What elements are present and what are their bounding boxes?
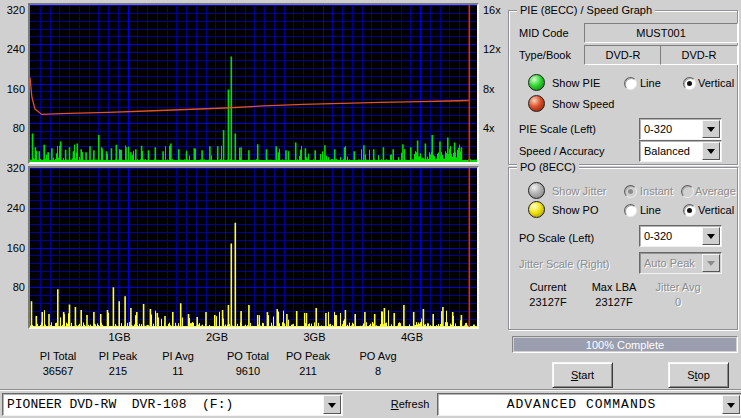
chevron-down-icon[interactable]: [702, 227, 720, 245]
app-window: 3202401608016x12x8x4x320240160801GB2GB3G…: [0, 0, 741, 418]
speed-accuracy-select[interactable]: Balanced: [639, 140, 722, 162]
show-pie-led-button[interactable]: [528, 74, 545, 91]
chevron-down-icon[interactable]: [323, 395, 341, 414]
jitter-average-radio: [681, 185, 694, 198]
po-scale-select[interactable]: 0-320: [639, 225, 722, 247]
pie-speed-group: PIE (8ECC) / Speed Graph MID Code MUST00…: [508, 10, 738, 165]
jitter-scale-label: Jitter Scale (Right): [519, 258, 609, 270]
drive-select-value: PIONEER DVD-RW DVR-108 (F:): [7, 394, 324, 415]
pie-line-label: Line: [640, 77, 661, 89]
stat-label: PO Avg: [359, 350, 396, 362]
po-graph: [28, 166, 479, 329]
stat-label: PO Total: [227, 350, 269, 362]
jitter-avg-value: 0: [655, 296, 700, 308]
mid-code-field: MUST001: [584, 23, 738, 43]
po-y-axis-tick: 80: [0, 281, 25, 293]
x-axis-tick: 1GB: [108, 331, 130, 343]
show-jitter-led-button: [528, 182, 545, 199]
po-y-axis-tick: 240: [0, 202, 25, 214]
po-group-title: PO (8ECC): [517, 161, 579, 173]
pie-y-axis-tick: 160: [0, 83, 25, 95]
progress-bar: 100% Complete: [512, 336, 738, 353]
stat-label: PI Avg: [162, 350, 194, 362]
pie-vertical-radio[interactable]: [683, 77, 696, 90]
chevron-down-icon[interactable]: [702, 120, 720, 138]
stat-value: 215: [99, 365, 138, 377]
stat-value: 8: [359, 365, 396, 377]
drive-select[interactable]: PIONEER DVD-RW DVR-108 (F:): [2, 393, 343, 416]
jitter-average-label: Average: [695, 185, 736, 197]
po-y-axis-tick: 160: [0, 242, 25, 254]
chevron-down-icon: [702, 254, 720, 272]
stat-value: 9610: [227, 365, 269, 377]
show-po-led-button[interactable]: [528, 201, 545, 218]
speed-y-axis-tick: 16x: [483, 4, 501, 16]
jitter-avg-label: Jitter Avg: [655, 281, 700, 293]
current-value: 23127F: [529, 296, 566, 308]
pie-scale-select[interactable]: 0-320: [639, 118, 722, 140]
po-y-axis-tick: 320: [0, 162, 25, 174]
show-po-label: Show PO: [552, 204, 598, 216]
stat-value: 211: [286, 365, 330, 377]
book-type-value: DVD-R: [682, 49, 717, 61]
stop-button[interactable]: Stop: [668, 362, 729, 388]
book-type-field: DVD-R: [660, 45, 738, 65]
stat-po-peak: PO Peak211: [286, 350, 330, 377]
stat-value: 11: [162, 365, 194, 377]
progress-text: 100% Complete: [586, 339, 664, 351]
jitter-instant-label: Instant: [640, 185, 673, 197]
x-axis-tick: 2GB: [206, 331, 228, 343]
refresh-button[interactable]: Refresh: [382, 398, 438, 410]
pie-y-axis-tick: 240: [0, 43, 25, 55]
speed-accuracy-value: Balanced: [644, 141, 703, 161]
speed-y-axis-tick: 12x: [483, 43, 501, 55]
max-lba: Max LBA23127F: [592, 281, 637, 308]
x-axis-tick: 4GB: [401, 331, 423, 343]
max-lba-value: 23127F: [592, 296, 637, 308]
show-speed-led-button[interactable]: [528, 95, 545, 112]
pie-vertical-label: Vertical: [698, 77, 734, 89]
speed-y-axis-tick: 8x: [483, 83, 495, 95]
chevron-down-icon[interactable]: [702, 142, 720, 160]
x-axis-tick: 3GB: [303, 331, 325, 343]
speed-accuracy-label: Speed / Accuracy: [519, 145, 605, 157]
pie-scale-label: PIE Scale (Left): [519, 123, 596, 135]
show-pie-label: Show PIE: [552, 77, 600, 89]
pie-scale-value: 0-320: [644, 119, 703, 139]
stat-pi-avg: PI Avg11: [162, 350, 194, 377]
advanced-commands-value: ADVANCED COMMANDS: [442, 394, 721, 415]
pie-line-radio[interactable]: [624, 77, 637, 90]
pie-y-axis-tick: 320: [0, 4, 25, 16]
stat-value: 36567: [40, 365, 77, 377]
po-scale-label: PO Scale (Left): [519, 232, 594, 244]
current-lba: Current23127F: [529, 281, 566, 308]
speed-y-axis-tick: 4x: [483, 122, 495, 134]
jitter-avg: Jitter Avg0: [655, 281, 700, 308]
pie-y-axis-tick: 80: [0, 122, 25, 134]
po-line-radio[interactable]: [624, 204, 637, 217]
stat-pi-peak: PI Peak215: [99, 350, 138, 377]
po-vertical-radio[interactable]: [683, 204, 696, 217]
po-scale-value: 0-320: [644, 226, 703, 246]
disc-type-value: DVD-R: [606, 49, 641, 61]
advanced-commands-select[interactable]: ADVANCED COMMANDS: [437, 393, 741, 416]
current-label: Current: [529, 281, 566, 293]
pie-group-title: PIE (8ECC) / Speed Graph: [517, 4, 655, 16]
progress-fill: 100% Complete: [514, 338, 736, 351]
bottom-divider: [0, 389, 741, 391]
po-line-label: Line: [640, 204, 661, 216]
max-lba-label: Max LBA: [592, 281, 637, 293]
start-button-label: Start: [571, 369, 594, 381]
chevron-down-icon[interactable]: [722, 395, 740, 414]
po-vertical-label: Vertical: [698, 204, 734, 216]
po-group: PO (8ECC) Show Jitter Instant Average Sh…: [508, 167, 738, 330]
stat-po-avg: PO Avg8: [359, 350, 396, 377]
jitter-instant-radio: [624, 185, 637, 198]
start-button[interactable]: Start: [552, 362, 613, 388]
stat-label: PI Total: [40, 350, 77, 362]
pie-speed-graph: [28, 3, 479, 164]
disc-type-field: DVD-R: [584, 45, 662, 65]
stat-label: PI Peak: [99, 350, 138, 362]
mid-code-label: MID Code: [519, 27, 569, 39]
po-plot-svg: [30, 168, 477, 327]
